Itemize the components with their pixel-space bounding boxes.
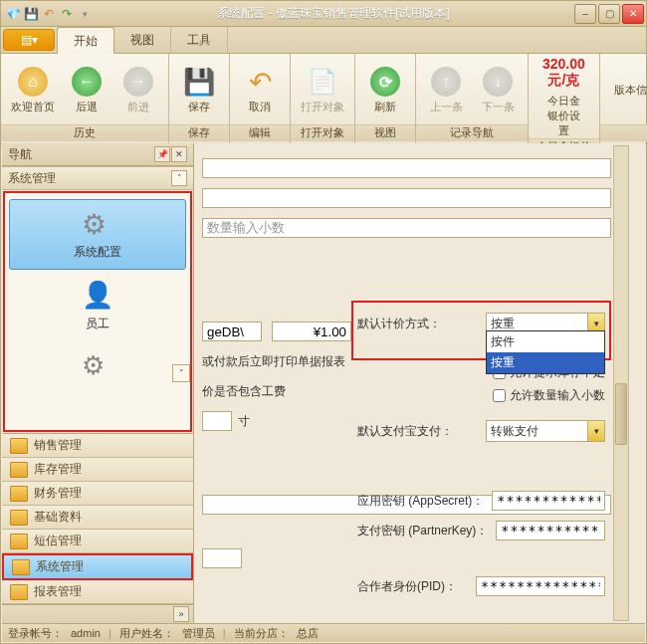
menu-icon: ▤▾ xyxy=(21,33,38,47)
checkbox-qty-decimal[interactable]: 允许数量输入小数 xyxy=(493,387,605,404)
input-size[interactable] xyxy=(202,411,232,431)
ribbon-group-version: 版本信息 xyxy=(600,54,647,143)
sidebar-cat-sales[interactable]: 销售管理 xyxy=(2,434,193,458)
sidebar-title: 导航 xyxy=(8,146,32,163)
scrollbar-vertical[interactable] xyxy=(613,145,629,621)
chevron-down-icon[interactable]: ˅ xyxy=(172,364,190,382)
tab-tools[interactable]: 工具 xyxy=(171,27,228,53)
price-value: 320.00元/克 xyxy=(542,56,585,90)
sidebar-item-settings[interactable]: ⚙ ˅ xyxy=(9,342,186,390)
dropdown-option[interactable]: 按件 xyxy=(487,331,604,352)
close-button[interactable]: ✕ xyxy=(622,4,644,24)
input-partnerkey[interactable] xyxy=(496,521,605,540)
ribbon-group-edit: ↶取消 编辑 xyxy=(230,54,291,143)
next-record-button[interactable]: ↓下一条 xyxy=(474,64,522,116)
input-generic-2[interactable] xyxy=(202,188,611,208)
sidebar-cat-system[interactable]: 系统管理 xyxy=(2,553,193,580)
sidebar-footer: » xyxy=(2,604,193,623)
sidebar-cat-inventory[interactable]: 库存管理 xyxy=(2,458,193,482)
label-pid: 合作者身份(PID)： xyxy=(357,578,457,595)
app-icon: 💎 xyxy=(5,6,21,22)
sidebar-item-staff[interactable]: 👤 员工 xyxy=(9,272,186,340)
input-qty-decimal[interactable] xyxy=(202,218,611,238)
back-icon: ← xyxy=(72,67,102,97)
sidebar-cat-report[interactable]: 报表管理 xyxy=(2,580,193,604)
gears-icon: ⚙ xyxy=(82,350,113,382)
group-label: 保存 xyxy=(169,124,229,141)
folder-icon xyxy=(12,559,30,575)
menu-tabs: ▤▾ 开始 视图 工具 xyxy=(1,27,646,54)
titlebar: 💎 💾 ↶ ↷ ▾ 系统配置 - 傲蓝珠宝销售管理软件[试用版本] – ▢ ✕ xyxy=(1,1,646,27)
combo-pay[interactable]: 转账支付 ▾ xyxy=(486,420,605,442)
cancel-button[interactable]: ↶取消 xyxy=(236,64,284,116)
refresh-button[interactable]: ⟳刷新 xyxy=(361,64,409,116)
down-icon: ↓ xyxy=(483,67,513,97)
pin-icon[interactable]: 📌 xyxy=(154,146,170,162)
undo-icon[interactable]: ↶ xyxy=(41,6,57,22)
more-icon[interactable]: » xyxy=(173,606,189,622)
input-pid[interactable] xyxy=(476,576,605,596)
label-partnerkey: 支付密钥 (PartnerKey)： xyxy=(357,523,488,539)
tab-view[interactable]: 视图 xyxy=(114,27,171,53)
folder-icon xyxy=(10,462,28,478)
redo-icon[interactable]: ↷ xyxy=(59,6,75,22)
user-icon: 👤 xyxy=(82,280,113,312)
forward-icon: → xyxy=(123,67,153,97)
ribbon-group-price: 320.00元/克今日金银价设置 今日金银价 xyxy=(529,54,600,143)
folder-icon xyxy=(10,510,28,526)
back-button[interactable]: ←后退 xyxy=(63,64,110,116)
group-label xyxy=(600,124,647,141)
home-icon: ⌂ xyxy=(18,67,48,97)
sidebar-section-header[interactable]: 系统管理 ˄ xyxy=(2,166,193,190)
minimize-button[interactable]: – xyxy=(574,4,596,24)
close-panel-icon[interactable]: ✕ xyxy=(171,146,187,162)
app-menu-button[interactable]: ▤▾ xyxy=(3,29,55,51)
save-icon[interactable]: 💾 xyxy=(23,6,39,22)
label-include-fee: 价是否包含工费 xyxy=(202,383,286,400)
sidebar-header: 导航 📌 ✕ xyxy=(2,143,193,166)
scroll-thumb[interactable] xyxy=(615,383,627,445)
status-branch-label: 当前分店： xyxy=(234,626,289,641)
app-window: 💎 💾 ↶ ↷ ▾ 系统配置 - 傲蓝珠宝销售管理软件[试用版本] – ▢ ✕ … xyxy=(0,0,647,644)
open-object-button[interactable]: 📄打开对象 xyxy=(297,64,348,116)
input-generic-1[interactable] xyxy=(202,158,611,178)
gold-price-button[interactable]: 320.00元/克今日金银价设置 xyxy=(535,56,593,138)
sidebar-cat-sms[interactable]: 短信管理 xyxy=(2,530,193,553)
version-info-button[interactable]: 版本信息 xyxy=(606,61,647,119)
input-generic-4[interactable] xyxy=(202,548,242,568)
sidebar: 导航 📌 ✕ 系统管理 ˄ ⚙ 系统配置 👤 xyxy=(2,143,194,623)
input-price[interactable] xyxy=(272,322,351,341)
price-sub: 今日金银价设置 xyxy=(542,94,585,138)
statusbar: 登录帐号：admin | 用户姓名：管理员 | 当前分店：总店 xyxy=(2,623,645,642)
sidebar-cat-basic[interactable]: 基础资料 xyxy=(2,506,193,530)
section-title: 系统管理 xyxy=(8,170,56,187)
folder-icon xyxy=(10,534,28,549)
dropdown-icon[interactable]: ▾ xyxy=(77,6,93,22)
status-acct-label: 登录帐号： xyxy=(8,626,63,641)
ribbon-group-open: 📄打开对象 打开对象 xyxy=(291,54,355,143)
maximize-button[interactable]: ▢ xyxy=(598,4,620,24)
label-print-after-pay: 或付款后立即打印单据报表 xyxy=(202,353,345,370)
label-unit: 寸 xyxy=(238,413,250,430)
ribbon-group-view: ⟳刷新 视图 xyxy=(355,54,416,143)
folder-icon xyxy=(10,584,28,600)
input-path[interactable] xyxy=(202,322,262,341)
dropdown-option-selected[interactable]: 按重 xyxy=(487,352,604,373)
sidebar-categories: 销售管理 库存管理 财务管理 基础资料 短信管理 系统管理 报表管理 xyxy=(2,433,193,604)
group-label: 记录导航 xyxy=(416,124,528,141)
chevron-down-icon[interactable]: ▾ xyxy=(587,421,604,441)
refresh-icon: ⟳ xyxy=(370,67,400,97)
ribbon-group-history: ⌂欢迎首页 ←后退 →前进 历史 xyxy=(1,54,169,143)
sidebar-item-system-config[interactable]: ⚙ 系统配置 xyxy=(9,199,186,270)
sidebar-cat-finance[interactable]: 财务管理 xyxy=(2,482,193,506)
save-icon: 💾 xyxy=(183,66,215,98)
save-button[interactable]: 💾保存 xyxy=(175,64,223,116)
input-appsecret[interactable] xyxy=(492,491,605,511)
collapse-icon[interactable]: ˄ xyxy=(171,170,187,186)
home-button[interactable]: ⌂欢迎首页 xyxy=(7,64,59,116)
tab-start[interactable]: 开始 xyxy=(57,27,114,54)
up-icon: ↑ xyxy=(431,67,461,97)
gear-icon: ⚙ xyxy=(82,208,113,240)
prev-record-button[interactable]: ↑上一条 xyxy=(422,64,470,116)
forward-button[interactable]: →前进 xyxy=(114,64,162,116)
